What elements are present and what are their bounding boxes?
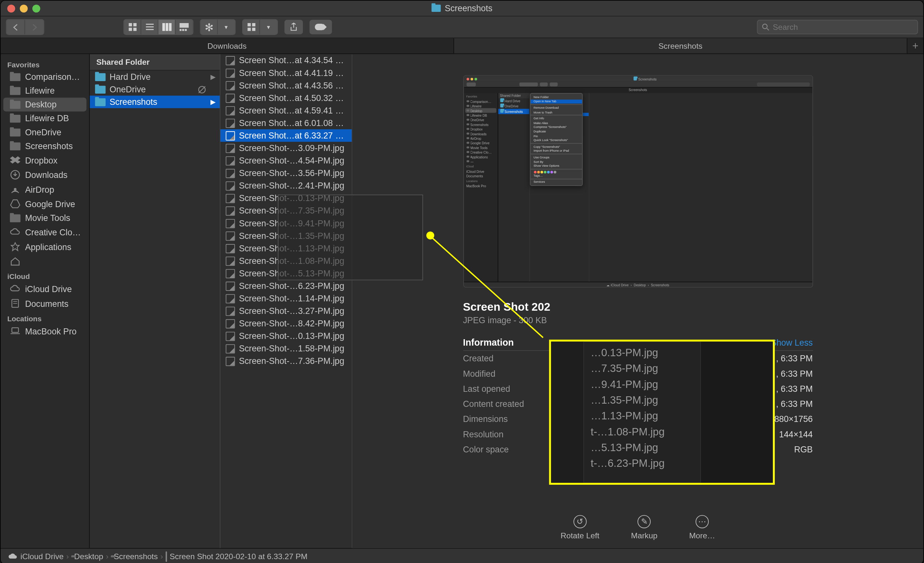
file-row[interactable]: Screen-Shot-…6.23-PM.jpg (220, 280, 352, 292)
file-row[interactable]: Screen-Shot-…1.14-PM.jpg (220, 292, 352, 305)
view-list-button[interactable] (141, 20, 158, 34)
file-icon (225, 206, 235, 216)
file-row[interactable]: Screen-Shot-…0.13-PM.jpg (220, 192, 352, 205)
preview-action-rotate[interactable]: ↺Rotate Left (561, 515, 599, 540)
file-row[interactable]: Screen Shot…at 4.41.19 PM (220, 67, 352, 79)
sidebar-item[interactable]: Downloads (1, 167, 89, 182)
file-row[interactable]: Screen-Shot-…5.13-PM.jpg (220, 267, 352, 280)
file-row[interactable]: Screen Shot…at 4.43.56 PM (220, 79, 352, 92)
folder-icon (10, 114, 21, 123)
new-tab-button[interactable]: + (908, 38, 923, 53)
sidebar-item[interactable]: Documents (1, 296, 89, 311)
file-icon (225, 156, 235, 165)
file-row[interactable]: Screen-Shot-…7.35-PM.jpg (220, 205, 352, 217)
sidebar-item[interactable]: Applications (1, 240, 89, 254)
file-row[interactable]: Screen-Shot-…1.58-PM.jpg (220, 343, 352, 355)
sidebar-item[interactable]: Dropbox (1, 153, 89, 167)
file-label: Screen-Shot-…8.42-PM.jpg (239, 319, 346, 329)
sidebar-item[interactable]: OneDrive (1, 125, 89, 139)
svg-rect-18 (315, 24, 325, 30)
file-row[interactable]: Screen Shot…at 4.50.32 PM (220, 92, 352, 104)
search-input[interactable] (773, 22, 914, 32)
file-row[interactable]: Screen-Shot-…3.56-PM.jpg (220, 167, 352, 179)
tab-downloads[interactable]: Downloads (1, 38, 454, 53)
file-icon (225, 93, 235, 103)
sidebar-item[interactable]: Lifewire (1, 84, 89, 97)
preview-action-markup[interactable]: ✎Markup (631, 515, 657, 540)
sidebar-item[interactable]: Creative Clo… (1, 225, 89, 239)
sidebar-item[interactable]: AirDrop (1, 182, 89, 196)
file-row[interactable]: Screen-Shot-…2.41-PM.jpg (220, 180, 352, 192)
svg-rect-13 (185, 29, 187, 31)
svg-rect-8 (165, 23, 168, 31)
info-row: Modified, 6:33 PM (463, 366, 813, 381)
column-row[interactable]: Screenshots▶ (90, 96, 220, 108)
info-key: Dimensions (463, 414, 508, 424)
search-field[interactable] (757, 20, 918, 34)
folder-icon (10, 142, 21, 150)
file-row[interactable]: Screen-Shot-…1.08-PM.jpg (220, 255, 352, 267)
file-icon (225, 181, 235, 190)
sidebar-item[interactable]: Google Drive (1, 196, 89, 211)
svg-point-20 (763, 24, 767, 28)
sidebar-label: Applications (25, 242, 71, 252)
svg-line-21 (767, 28, 769, 30)
view-column-button[interactable] (159, 20, 176, 34)
action-menu[interactable]: ✻ ▾ (200, 19, 236, 35)
sidebar-item[interactable]: iCloud Drive (1, 282, 89, 296)
svg-rect-7 (162, 23, 165, 31)
path-segment[interactable]: iCloud Drive (9, 552, 63, 561)
tab-screenshots[interactable]: Screenshots (454, 38, 908, 53)
file-row[interactable]: Screen-Shot-…7.36-PM.jpg (220, 355, 352, 367)
view-icon-button[interactable] (124, 20, 141, 34)
sidebar-item[interactable]: Movie Tools (1, 211, 89, 225)
show-less-button[interactable]: Show Less (771, 337, 813, 347)
sidebar-label: Desktop (25, 100, 57, 110)
column-row[interactable]: Hard Drive▶ (90, 70, 220, 83)
view-switcher (123, 19, 194, 35)
back-button[interactable] (7, 20, 26, 34)
sidebar-item[interactable]: MacBook Pro (1, 324, 89, 338)
file-row[interactable]: Screen-Shot-…3.27-PM.jpg (220, 305, 352, 317)
preview-thumbnail: Screenshots Screenshots FavoritesCompari… (463, 75, 813, 287)
file-row[interactable]: Screen-Shot-…9.41-PM.jpg (220, 217, 352, 229)
dropbox-icon (10, 155, 21, 165)
preview-action-more[interactable]: ⋯More… (689, 515, 715, 540)
view-gallery-button[interactable] (176, 20, 192, 34)
sidebar-item[interactable] (1, 254, 89, 268)
sidebar-item[interactable]: Desktop (3, 97, 86, 111)
file-row[interactable]: Screen Shot…at 4.34.54 PM (220, 54, 352, 67)
file-row[interactable]: Screen Shot…at 6.01.08 PM (220, 117, 352, 129)
close-button[interactable] (8, 4, 15, 12)
column-row[interactable]: OneDrive (90, 83, 220, 96)
tab-bar: Downloads Screenshots + (1, 38, 923, 54)
zoom-button[interactable] (32, 4, 40, 12)
file-icon (225, 356, 235, 366)
path-segment[interactable]: Screen Shot 2020-02-10 at 6.33.27 PM (165, 552, 308, 561)
file-label: Screen-Shot-…6.23-PM.jpg (239, 281, 346, 291)
cloud-icon (10, 227, 21, 238)
file-label: Screen Shot…at 6.01.08 PM (239, 118, 346, 128)
file-row[interactable]: Screen-Shot-…3.09-PM.jpg (220, 142, 352, 154)
forward-button[interactable] (25, 20, 44, 34)
file-row[interactable]: Screen Shot…at 4.59.41 PM (220, 104, 352, 117)
file-row[interactable]: Screen-Shot-…8.42-PM.jpg (220, 317, 352, 329)
file-row[interactable]: Screen-Shot-…4.54-PM.jpg (220, 154, 352, 167)
share-button[interactable] (285, 20, 303, 34)
path-segment[interactable]: Desktop (72, 552, 103, 561)
chevron-down-icon: ▾ (218, 20, 235, 34)
file-row[interactable]: Screen-Shot-…1.13-PM.jpg (220, 242, 352, 255)
tags-button[interactable] (310, 20, 332, 34)
sidebar-item[interactable]: Comparison… (1, 70, 89, 84)
sidebar-item[interactable]: Lifewire DB (1, 112, 89, 125)
group-menu[interactable]: ▾ (242, 19, 278, 35)
path-separator: › (160, 552, 163, 561)
sidebar-item[interactable]: Screenshots (1, 139, 89, 153)
path-segment[interactable]: Screenshots (111, 552, 158, 561)
sidebar-label: Google Drive (25, 199, 75, 209)
file-row[interactable]: Screen-Shot-…1.35-PM.jpg (220, 229, 352, 242)
file-row[interactable]: Screen Shot…at 6.33.27 PM (220, 129, 352, 142)
minimize-button[interactable] (20, 4, 28, 12)
file-row[interactable]: Screen-Shot-…0.13-PM.jpg (220, 330, 352, 343)
file-label: Screen-Shot-…3.27-PM.jpg (239, 306, 346, 316)
